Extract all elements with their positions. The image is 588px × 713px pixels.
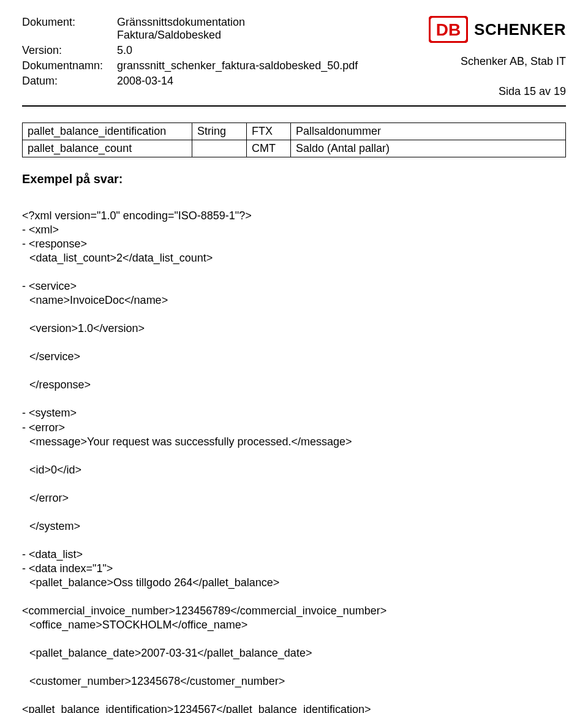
code-line: <version>1.0</version>: [22, 322, 566, 336]
cell-description: Saldo (Antal pallar): [291, 140, 566, 157]
section-title: Exempel på svar:: [22, 172, 566, 186]
code-line: <message>Your request was successfully p…: [22, 435, 566, 449]
table-row: pallet_balance_identification String FTX…: [23, 123, 566, 140]
cell-name: pallet_balance_count: [23, 140, 192, 157]
code-line: <id>0</id>: [22, 463, 566, 477]
value-docname: granssnitt_schenker_faktura-saldobesked_…: [117, 59, 358, 72]
table-row: pallet_balance_count CMT Saldo (Antal pa…: [23, 140, 566, 157]
schenker-word: SCHENKER: [474, 20, 566, 39]
header-separator: [22, 105, 566, 107]
value-version: 5.0: [117, 44, 358, 57]
code-line: <?xml version="1.0" encoding="ISO-8859-1…: [22, 209, 252, 222]
cell-type: [192, 140, 247, 157]
document-line1: Gränssnittsdokumentation: [117, 16, 245, 28]
code-line: <pallet_balance_identification>1234567</…: [22, 703, 371, 713]
code-line: <pallet_balance_date>2007-03-31</pallet_…: [22, 646, 566, 660]
code-line: <customer_number>12345678</customer_numb…: [22, 674, 566, 688]
code-line: - <service>: [22, 280, 77, 292]
code-line: <name>InvoiceDoc</name>: [22, 293, 566, 307]
code-line: - <system>: [22, 407, 77, 419]
label-document: Dokument:: [22, 16, 117, 42]
document-header: Dokument: Gränssnittsdokumentation Faktu…: [22, 16, 566, 98]
db-logo-icon: DB: [429, 16, 468, 43]
header-left: Dokument: Gränssnittsdokumentation Faktu…: [22, 16, 358, 88]
label-version: Version:: [22, 44, 117, 57]
cell-description: Pallsaldonummer: [291, 123, 566, 140]
code-line: - <response>: [22, 238, 87, 250]
db-logo-text: DB: [436, 20, 461, 39]
cell-segment: FTX: [247, 123, 291, 140]
code-line: </response>: [22, 378, 566, 392]
code-line: <office_name>STOCKHOLM</office_name>: [22, 618, 566, 632]
code-line: <commercial_invoice_number>123456789</co…: [22, 605, 386, 617]
label-date: Datum:: [22, 75, 117, 88]
company-line: Schenker AB, Stab IT: [382, 55, 566, 68]
spec-table: pallet_balance_identification String FTX…: [22, 123, 566, 157]
xml-code-block: <?xml version="1.0" encoding="ISO-8859-1…: [22, 195, 566, 713]
logo: DB SCHENKER: [382, 16, 566, 43]
value-document: Gränssnittsdokumentation Faktura/Saldobe…: [117, 16, 358, 42]
code-line: <pallet_balance>Oss tillgodo 264</pallet…: [22, 576, 566, 590]
code-line: - <error>: [22, 421, 65, 434]
document-line2: Faktura/Saldobesked: [117, 29, 221, 41]
page-number: Sida 15 av 19: [382, 85, 566, 98]
cell-segment: CMT: [247, 140, 291, 157]
value-date: 2008-03-14: [117, 75, 358, 88]
code-line: </error>: [22, 491, 566, 505]
code-line: </system>: [22, 519, 566, 534]
code-line: - <xml>: [22, 224, 59, 236]
code-line: <data_list_count>2</data_list_count>: [22, 251, 566, 265]
header-right: DB SCHENKER Schenker AB, Stab IT Sida 15…: [382, 16, 566, 98]
label-docname: Dokumentnamn:: [22, 59, 117, 72]
code-line: - <data index="1">: [22, 562, 113, 575]
code-line: - <data_list>: [22, 548, 83, 560]
code-line: </service>: [22, 350, 566, 364]
cell-name: pallet_balance_identification: [23, 123, 192, 140]
cell-type: String: [192, 123, 247, 140]
